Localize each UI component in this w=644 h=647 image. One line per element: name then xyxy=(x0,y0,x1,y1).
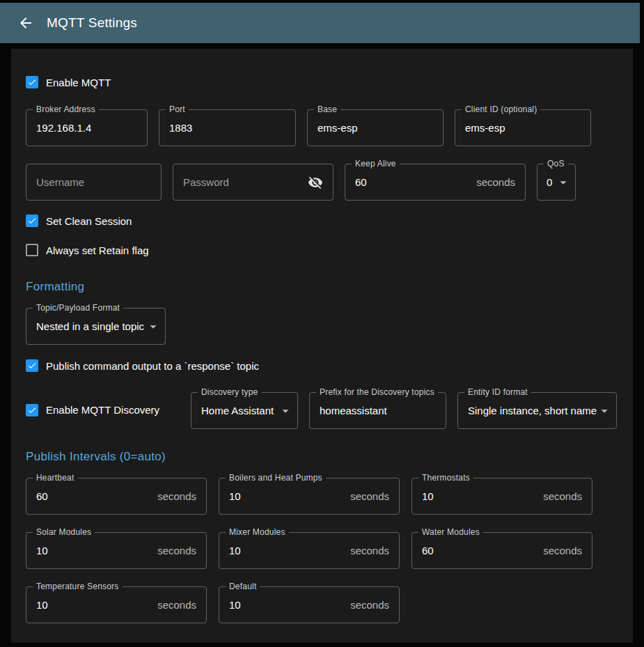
keep-alive-field[interactable]: Keep Alive seconds xyxy=(345,164,526,201)
checkbox-icon xyxy=(26,404,38,416)
enable-mqtt-checkbox[interactable]: Enable MQTT xyxy=(26,75,111,89)
interval-label: Temperature Sensors xyxy=(33,582,123,592)
dropdown-arrow-icon xyxy=(146,319,161,334)
entity-id-format-value: Single instance, short name xyxy=(468,405,597,416)
username-field[interactable] xyxy=(26,164,162,201)
mqtt-settings-card: Enable MQTT Broker Address Port Base Cli… xyxy=(11,49,633,643)
seconds-suffix: seconds xyxy=(157,599,196,611)
interval-label: Solar Modules xyxy=(33,527,95,538)
seconds-suffix: seconds xyxy=(350,599,389,611)
publish-intervals-grid: Heartbeat seconds Boilers and Heat Pumps… xyxy=(26,478,618,623)
publish-intervals-heading: Publish Intervals (0=auto) xyxy=(26,450,618,465)
toggle-password-visibility-button[interactable] xyxy=(308,175,323,190)
seconds-suffix: seconds xyxy=(350,545,389,556)
interval-field-temperature-sensors[interactable]: Temperature Sensors seconds xyxy=(26,586,207,623)
dropdown-arrow-icon xyxy=(556,175,571,190)
checkbox-icon xyxy=(26,215,38,227)
qos-select[interactable]: QoS 0 xyxy=(537,164,576,201)
client-id-input[interactable] xyxy=(465,122,581,134)
topic-payload-format-value: Nested in a single topic xyxy=(36,320,144,332)
discovery-type-label: Discovery type xyxy=(198,387,262,398)
interval-input-boilers[interactable] xyxy=(229,490,345,502)
base-field[interactable]: Base xyxy=(307,109,443,146)
seconds-suffix: seconds xyxy=(350,490,389,502)
interval-input-heartbeat[interactable] xyxy=(36,490,152,502)
discovery-prefix-input[interactable] xyxy=(320,405,436,416)
discovery-row: Enable MQTT Discovery Discovery type Hom… xyxy=(26,392,618,429)
entity-id-format-select[interactable]: Entity ID format Single instance, short … xyxy=(457,392,617,429)
username-input[interactable] xyxy=(36,176,151,188)
interval-input-water[interactable] xyxy=(422,545,537,556)
broker-address-label: Broker Address xyxy=(33,104,99,115)
topic-payload-format-select[interactable]: Topic/Payload Format Nested in a single … xyxy=(26,308,166,345)
interval-input-mixer[interactable] xyxy=(229,545,345,556)
qos-label: QoS xyxy=(544,159,568,169)
keep-alive-label: Keep Alive xyxy=(352,159,400,169)
interval-label: Heartbeat xyxy=(33,473,78,483)
seconds-suffix: seconds xyxy=(543,490,582,502)
interval-input-thermostats[interactable] xyxy=(422,490,537,502)
interval-label: Boilers and Heat Pumps xyxy=(226,473,326,483)
keep-alive-suffix: seconds xyxy=(476,176,515,188)
visibility-off-icon xyxy=(308,175,323,190)
discovery-prefix-label: Prefix for the Discovery topics xyxy=(316,387,438,398)
seconds-suffix: seconds xyxy=(543,545,582,556)
topic-payload-format-label: Topic/Payload Format xyxy=(33,303,123,313)
broker-settings-row: Broker Address Port Base Client ID (opti… xyxy=(26,109,618,146)
broker-address-input[interactable] xyxy=(36,122,137,134)
discovery-prefix-field[interactable]: Prefix for the Discovery topics xyxy=(309,392,446,429)
interval-label: Water Modules xyxy=(418,527,483,538)
interval-field-solar[interactable]: Solar Modules seconds xyxy=(26,532,207,569)
clean-session-label: Set Clean Session xyxy=(46,215,132,227)
formatting-heading: Formatting xyxy=(26,280,618,295)
checkbox-icon xyxy=(26,244,38,256)
interval-field-boilers[interactable]: Boilers and Heat Pumps seconds xyxy=(219,478,400,515)
password-field[interactable] xyxy=(173,164,333,201)
interval-field-heartbeat[interactable]: Heartbeat seconds xyxy=(26,478,207,515)
keep-alive-input[interactable] xyxy=(355,176,471,188)
discovery-type-value: Home Assistant xyxy=(201,405,274,416)
enable-mqtt-label: Enable MQTT xyxy=(46,77,111,88)
arrow-back-icon xyxy=(17,15,34,31)
port-label: Port xyxy=(166,104,189,115)
retain-flag-label: Always set Retain flag xyxy=(46,244,149,256)
enable-discovery-label: Enable MQTT Discovery xyxy=(46,404,159,416)
interval-field-default[interactable]: Default seconds xyxy=(219,586,400,623)
interval-field-water[interactable]: Water Modules seconds xyxy=(411,532,592,569)
interval-input-solar[interactable] xyxy=(36,545,152,556)
appbar: MQTT Settings xyxy=(0,3,640,43)
interval-field-thermostats[interactable]: Thermostats seconds xyxy=(411,478,592,515)
interval-label: Default xyxy=(226,582,260,592)
dropdown-arrow-icon xyxy=(597,403,612,419)
publish-response-checkbox[interactable]: Publish command output to a `response` t… xyxy=(26,359,259,373)
page-title: MQTT Settings xyxy=(47,15,137,31)
client-id-field[interactable]: Client ID (optional) xyxy=(455,109,591,146)
base-input[interactable] xyxy=(317,122,433,134)
discovery-type-select[interactable]: Discovery type Home Assistant xyxy=(191,392,298,429)
enable-discovery-checkbox[interactable]: Enable MQTT Discovery xyxy=(26,403,159,417)
qos-value: 0 xyxy=(547,176,552,188)
port-field[interactable]: Port xyxy=(159,109,296,146)
checkbox-icon xyxy=(26,359,38,372)
interval-input-temperature-sensors[interactable] xyxy=(36,599,152,611)
retain-flag-checkbox[interactable]: Always set Retain flag xyxy=(26,243,149,257)
publish-response-label: Publish command output to a `response` t… xyxy=(46,360,259,372)
checkbox-icon xyxy=(26,76,38,88)
back-button[interactable] xyxy=(17,15,34,31)
seconds-suffix: seconds xyxy=(157,545,196,556)
interval-field-mixer[interactable]: Mixer Modules seconds xyxy=(219,532,400,569)
base-label: Base xyxy=(314,104,340,115)
entity-id-format-label: Entity ID format xyxy=(464,387,531,398)
interval-label: Thermostats xyxy=(418,473,473,483)
dropdown-arrow-icon xyxy=(278,403,293,419)
client-id-label: Client ID (optional) xyxy=(462,104,540,115)
interval-label: Mixer Modules xyxy=(226,527,289,538)
interval-input-default[interactable] xyxy=(229,599,345,611)
port-input[interactable] xyxy=(169,122,285,134)
seconds-suffix: seconds xyxy=(157,490,196,502)
password-input[interactable] xyxy=(183,176,302,188)
clean-session-checkbox[interactable]: Set Clean Session xyxy=(26,214,132,228)
credentials-row: Keep Alive seconds QoS 0 xyxy=(26,164,618,201)
topic-format-row: Topic/Payload Format Nested in a single … xyxy=(26,308,618,345)
broker-address-field[interactable]: Broker Address xyxy=(26,109,148,146)
